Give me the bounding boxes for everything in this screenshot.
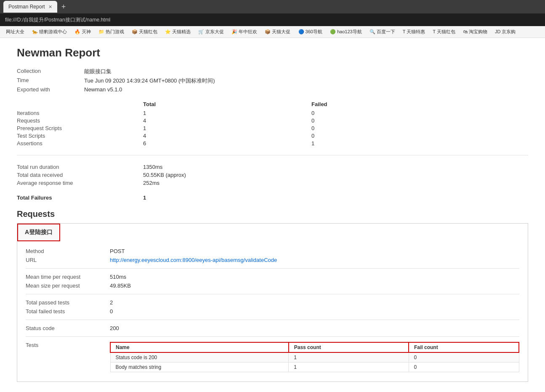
stats-label-col: [17, 101, 143, 107]
meta-collection-label: Collection: [17, 68, 84, 75]
tests-col-fail: Fail count: [409, 342, 519, 352]
duration-value: 50.55KB (approx): [143, 172, 186, 178]
bookmark-baidu[interactable]: 🔍 百度一下: [367, 28, 398, 36]
method-label: Method: [26, 248, 110, 254]
duration-value: 1350ms: [143, 164, 162, 170]
bookmark-tmall-special[interactable]: T 天猫特惠: [400, 28, 428, 36]
meta-table: Collection 能眼接口集 Time Tue Jun 09 2020 14…: [17, 68, 528, 93]
test-fail-count: 0: [409, 352, 519, 363]
bookmark-360[interactable]: 🔵 360导航: [296, 28, 325, 36]
stats-header-row: Total Failed: [17, 101, 528, 107]
meta-exported-label: Exported with: [17, 86, 84, 93]
mean-size-label: Mean size per request: [26, 283, 110, 289]
stats-row: Test Scripts 4 0: [17, 133, 528, 139]
bookmark-jd[interactable]: 🛒 京东大促: [196, 28, 226, 36]
total-failed-value: 0: [110, 308, 113, 315]
bookmark-festival[interactable]: 🎉 年中狂欢: [229, 28, 260, 36]
new-tab-button[interactable]: +: [58, 3, 69, 11]
tab-close-button[interactable]: ✕: [48, 4, 52, 10]
bookmark-tmall-red[interactable]: T 天猫红包: [430, 28, 458, 36]
bookmark-hot-games[interactable]: 📁 热门游戏: [96, 28, 127, 36]
test-row: Body matches string 1 0: [110, 363, 519, 372]
stats-row-total: 4: [143, 117, 311, 124]
stats-row-failed: 0: [311, 110, 396, 116]
stats-rows-container: Iterations 1 0 Requests 4 0 Prerequest S…: [17, 110, 528, 147]
tests-table-body: Status code is 200 1 0 Body matches stri…: [110, 352, 519, 372]
request-header: A登陆接口: [17, 224, 60, 241]
duration-label: Total data received: [17, 172, 143, 178]
status-code-value: 200: [110, 325, 119, 331]
url-link[interactable]: http://energy.eeyescloud.com:8900/eeyes-…: [110, 257, 277, 263]
mean-time-row: Mean time per request 510ms: [26, 274, 519, 280]
tests-col-pass: Pass count: [289, 342, 409, 352]
request-block: A登陆接口 Method POST URL http://energy.eeye…: [17, 223, 528, 382]
address-text: file:///D:/自我提升/Postman接口测试/name.html: [5, 16, 110, 24]
test-fail-count: 0: [409, 363, 519, 372]
stats-row-name: Test Scripts: [17, 133, 143, 139]
stats-row: Assertions 6 1: [17, 140, 528, 147]
address-bar[interactable]: file:///D:/自我提升/Postman接口测试/name.html: [0, 13, 545, 26]
bookmark-hao123[interactable]: 🟢 hao123导航: [327, 28, 364, 36]
stats-row-total: 1: [143, 110, 311, 116]
stats-row-failed: 0: [311, 133, 396, 139]
detail-divider-2: [26, 294, 519, 294]
duration-label: Average response time: [17, 180, 143, 186]
stats-row-name: Assertions: [17, 140, 143, 147]
request-details: Method POST URL http://energy.eeyescloud…: [17, 241, 528, 381]
total-failures-value: 1: [143, 195, 146, 201]
requests-title: Requests: [17, 209, 528, 219]
duration-row: Total data received 50.55KB (approx): [17, 172, 528, 178]
tests-row: Tests Name Pass count Fail count Status …: [26, 342, 519, 372]
method-row: Method POST: [26, 248, 519, 254]
tests-table: Name Pass count Fail count Status code i…: [110, 342, 519, 372]
stats-section: Total Failed Iterations 1 0 Requests 4 0…: [17, 101, 528, 147]
detail-divider-4: [26, 336, 519, 337]
bookmark-lbyx[interactable]: 🐆 猎豹游戏中心: [29, 28, 69, 36]
stats-row-failed: 0: [311, 125, 396, 131]
requests-container: A登陆接口 Method POST URL http://energy.eeye…: [17, 223, 528, 382]
meta-time-label: Time: [17, 77, 84, 85]
stats-failed-header: Failed: [311, 101, 396, 107]
duration-row: Total run duration 1350ms: [17, 164, 528, 170]
meta-collection-value: 能眼接口集: [84, 68, 112, 75]
bookmark-taobao[interactable]: 🛍 淘宝购物: [460, 28, 490, 36]
total-failed-row: Total failed tests 0: [26, 308, 519, 315]
duration-rows-container: Total run duration 1350ms Total data rec…: [17, 164, 528, 186]
tests-label: Tests: [26, 342, 110, 348]
bookmark-tmall-select[interactable]: ⭐ 天猫精选: [162, 28, 193, 36]
mean-size-row: Mean size per request 49.85KB: [26, 283, 519, 289]
bookmark-wangzhidaquan[interactable]: 网址大全: [3, 28, 27, 36]
url-row: URL http://energy.eeyescloud.com:8900/ee…: [26, 257, 519, 263]
duration-row: Average response time 252ms: [17, 180, 528, 186]
bookmark-tmall-promo[interactable]: 📦 天猫大促: [262, 28, 293, 36]
meta-time-row: Time Tue Jun 09 2020 14:39:24 GMT+0800 (…: [17, 77, 528, 85]
stats-row: Prerequest Scripts 1 0: [17, 125, 528, 131]
bookmark-tmall-coupon[interactable]: 📦 天猫红包: [129, 28, 160, 36]
tests-col-name: Name: [110, 342, 289, 352]
detail-divider-3: [26, 320, 519, 320]
total-failures-label: Total Failures: [17, 195, 143, 201]
stats-row-total: 1: [143, 125, 311, 131]
test-row: Status code is 200 1 0: [110, 352, 519, 363]
report-title: Newman Report: [17, 46, 528, 59]
bookmark-jd2[interactable]: JD 京东购: [492, 28, 518, 36]
test-name: Status code is 200: [110, 352, 289, 363]
test-pass-count: 1: [289, 363, 409, 372]
duration-label: Total run duration: [17, 164, 143, 170]
bookmarks-bar: 网址大全 🐆 猎豹游戏中心 🔥 灭神 📁 热门游戏 📦 天猫红包 ⭐ 天猫精选 …: [0, 26, 545, 38]
bookmark-mieshen[interactable]: 🔥 灭神: [72, 28, 93, 36]
meta-exported-value: Newman v5.1.0: [84, 86, 122, 93]
stats-row-name: Iterations: [17, 110, 143, 116]
browser-tab[interactable]: Postman Report ✕: [3, 1, 57, 13]
detail-divider-1: [26, 268, 519, 269]
duration-section: Total run duration 1350ms Total data rec…: [17, 164, 528, 186]
mean-size-value: 49.85KB: [110, 283, 131, 289]
tests-header-row: Name Pass count Fail count: [110, 342, 519, 352]
stats-row-failed: 0: [311, 117, 396, 124]
stats-row-name: Requests: [17, 117, 143, 124]
divider-1: [17, 155, 528, 155]
mean-time-label: Mean time per request: [26, 274, 110, 280]
meta-exported-row: Exported with Newman v5.1.0: [17, 86, 528, 93]
total-passed-label: Total passed tests: [26, 299, 110, 306]
page-content: Newman Report Collection 能眼接口集 Time Tue …: [0, 38, 545, 392]
